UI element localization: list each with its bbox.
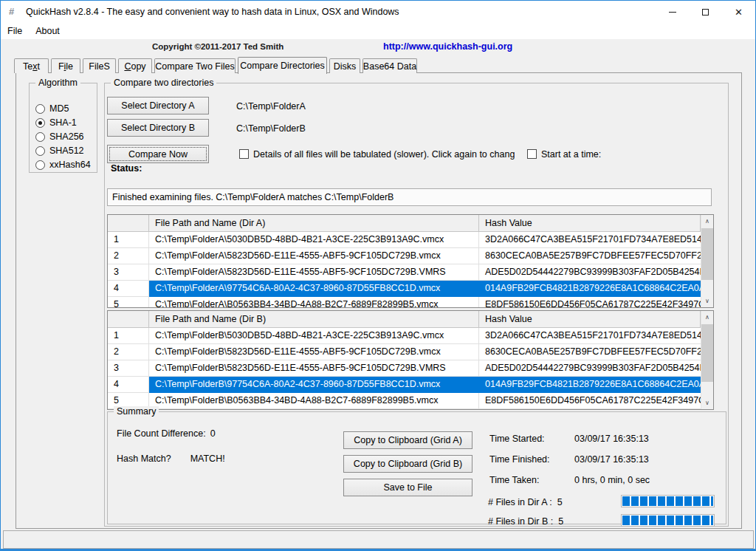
radio-icon (35, 104, 45, 114)
directory-a-path: C:\Temp\FolderA (236, 101, 306, 112)
tab-copy[interactable]: Copy (118, 58, 152, 73)
table-row[interactable]: 1 C:\Temp\FolderB\5030DB5D-48BD-4B21-A3C… (108, 328, 701, 344)
grid-a-body: File Path and Name (Dir A) Hash Value 1 … (108, 215, 701, 307)
app-hash-icon: # (9, 7, 19, 17)
header-hash[interactable]: Hash Value (479, 215, 701, 232)
row-hash: E8DF586150E6DD456F05CA61787C225E42F3497C (479, 297, 701, 308)
grid-b-header-row: File Path and Name (Dir B) Hash Value (108, 311, 701, 328)
radio-sha256[interactable]: SHA256 (35, 131, 84, 143)
algorithm-group: Algorithm MD5 SHA-1 SHA256 SHA512 xxHash… (29, 83, 97, 173)
scroll-down-icon[interactable]: ∨ (701, 397, 713, 409)
website-link[interactable]: http://www.quickhash-gui.org (383, 41, 512, 52)
header-path[interactable]: File Path and Name (Dir B) (149, 311, 479, 328)
minimize-icon (669, 12, 676, 13)
table-row[interactable]: 3 C:\Temp\FolderA\5823D56D-E11E-4555-ABF… (108, 264, 701, 281)
table-row[interactable]: 1 C:\Temp\FolderA\5030DB5D-48BD-4B21-A3C… (108, 232, 701, 248)
select-directory-a-button[interactable]: Select Directory A (107, 97, 209, 114)
menu-file[interactable]: File (1, 23, 29, 39)
tab-compare-two-files[interactable]: Compare Two Files (154, 58, 236, 73)
header-path[interactable]: File Path and Name (Dir A) (149, 215, 479, 232)
table-row[interactable]: 3 C:\Temp\FolderB\5823D56D-E11E-4555-ABF… (108, 360, 701, 377)
grid-a-header-row: File Path and Name (Dir A) Hash Value (108, 215, 701, 232)
tab-file[interactable]: File (51, 58, 80, 73)
file-count-difference: File Count Difference:0 (117, 428, 216, 439)
copy-clipboard-grid-b-button[interactable]: Copy to Clipboard (Grid B) (343, 455, 472, 473)
scroll-up-icon[interactable]: ∧ (701, 215, 713, 227)
details-checkbox[interactable]: Details of all files will be tabulated (… (239, 148, 527, 160)
radio-sha1[interactable]: SHA-1 (35, 117, 77, 129)
row-hash: 014A9FB29FCB4821B2879226E8A1C68864C2EA0A (479, 377, 701, 393)
tab-files[interactable]: FileS (83, 58, 116, 73)
row-path: C:\Temp\FolderA\5823D56D-E11E-4555-ABF5-… (149, 264, 479, 281)
save-to-file-button[interactable]: Save to File (343, 479, 472, 496)
row-num: 4 (108, 281, 149, 297)
scrollbar-thumb[interactable] (701, 228, 713, 280)
row-path: C:\Temp\FolderB\97754C6A-80A2-4C37-8960-… (149, 377, 479, 393)
radio-md5[interactable]: MD5 (35, 103, 69, 114)
table-row[interactable]: 5 C:\Temp\FolderA\B0563BB4-34BD-4A88-B2C… (108, 297, 701, 308)
grid-dir-b: File Path and Name (Dir B) Hash Value 1 … (107, 310, 714, 410)
row-num: 3 (108, 360, 149, 377)
time-started-value: 03/09/17 16:35:13 (574, 434, 649, 444)
hash-match: Hash Match?MATCH! (117, 454, 225, 464)
maximize-icon (702, 9, 709, 16)
row-num: 1 (108, 328, 149, 344)
copy-clipboard-grid-a-button[interactable]: Copy to Clipboard (Grid A) (343, 431, 472, 449)
compare-group: Compare two directories Select Directory… (104, 83, 729, 527)
scrollbar-thumb[interactable] (701, 324, 713, 382)
radio-xxhash64[interactable]: xxHash64 (35, 159, 91, 171)
menu-bar: File About (1, 23, 755, 39)
files-in-dir-a: # Files in Dir A : 5 (488, 497, 563, 507)
maximize-button[interactable] (689, 1, 722, 23)
tab-base64-data[interactable]: Base64 Data (362, 58, 417, 73)
directory-b-path: C:\Temp\FolderB (236, 123, 306, 134)
radio-selected-icon (35, 118, 45, 128)
time-finished-label: Time Finished: (489, 454, 550, 465)
row-path: C:\Temp\FolderA\5030DB5D-48BD-4B21-A3CE-… (149, 232, 479, 248)
tab-text[interactable]: Text (14, 58, 49, 73)
menu-about[interactable]: About (29, 23, 66, 39)
row-num: 5 (108, 297, 149, 308)
close-button[interactable]: ✕ (722, 1, 755, 23)
checkbox-icon (527, 149, 537, 159)
header-num[interactable] (108, 311, 149, 328)
row-path: C:\Temp\FolderB\5030DB5D-48BD-4B21-A3CE-… (149, 328, 479, 344)
table-row[interactable]: 2 C:\Temp\FolderB\5823D56D-E11E-4555-ABF… (108, 344, 701, 360)
copyright-text: Copyright ©2011-2017 Ted Smith (152, 42, 284, 51)
row-path: C:\Temp\FolderB\B0563BB4-34BD-4A88-B2C7-… (149, 393, 479, 409)
start-at-time-checkbox[interactable]: Start at a time: (527, 148, 601, 160)
scroll-up-icon[interactable]: ∧ (701, 311, 713, 324)
row-hash: 8630CECA0BA5E257B9FC7DBFEE57FEC5D70FF25E (479, 344, 701, 360)
header-num[interactable] (108, 215, 149, 232)
title-bar[interactable]: # QuickHash v2.8.4 - The easy and conven… (1, 1, 755, 23)
radio-sha512[interactable]: SHA512 (35, 145, 84, 157)
grid-b-body: File Path and Name (Dir B) Hash Value 1 … (108, 311, 701, 409)
header-hash[interactable]: Hash Value (479, 311, 701, 328)
row-hash: 8630CECA0BA5E257B9FC7DBFEE57FEC5D70FF25E (479, 248, 701, 264)
status-field[interactable]: Finished examining files. C:\Temp\Folder… (107, 188, 712, 206)
tab-bar: Text File FileS Copy Compare Two Files C… (14, 56, 419, 73)
table-row-selected[interactable]: 4 C:\Temp\FolderB\97754C6A-80A2-4C37-896… (108, 377, 701, 393)
progress-bar-dir-a (621, 495, 715, 507)
tab-disks[interactable]: Disks (329, 58, 360, 73)
scroll-down-icon[interactable]: ∨ (701, 295, 713, 307)
row-num: 2 (108, 344, 149, 360)
grid-a-scrollbar[interactable]: ∧ ∨ (701, 215, 713, 307)
row-path: C:\Temp\FolderB\5823D56D-E11E-4555-ABF5-… (149, 360, 479, 377)
files-a-count: 5 (557, 497, 563, 507)
table-row[interactable]: 2 C:\Temp\FolderA\5823D56D-E11E-4555-ABF… (108, 248, 701, 264)
compare-directories-panel: Algorithm MD5 SHA-1 SHA256 SHA512 xxHash… (16, 72, 742, 529)
minimize-button[interactable] (656, 1, 689, 23)
select-directory-b-button[interactable]: Select Directory B (107, 119, 209, 137)
tab-compare-directories[interactable]: Compare Directories (238, 57, 327, 74)
table-row[interactable]: 5 C:\Temp\FolderB\B0563BB4-34BD-4A88-B2C… (108, 393, 701, 409)
checkbox-icon (239, 149, 249, 159)
close-icon: ✕ (735, 7, 743, 17)
compare-now-button[interactable]: Compare Now (107, 145, 209, 163)
row-hash: E8DF586150E6DD456F05CA61787C225E42F3497C (479, 393, 701, 409)
time-taken-label: Time Taken: (489, 475, 539, 485)
grid-b-scrollbar[interactable]: ∧ ∨ (701, 311, 713, 409)
files-in-dir-b: # Files in Dir B : 5 (488, 516, 563, 527)
table-row-selected[interactable]: 4 C:\Temp\FolderA\97754C6A-80A2-4C37-896… (108, 281, 701, 297)
compare-legend: Compare two directories (111, 78, 216, 88)
